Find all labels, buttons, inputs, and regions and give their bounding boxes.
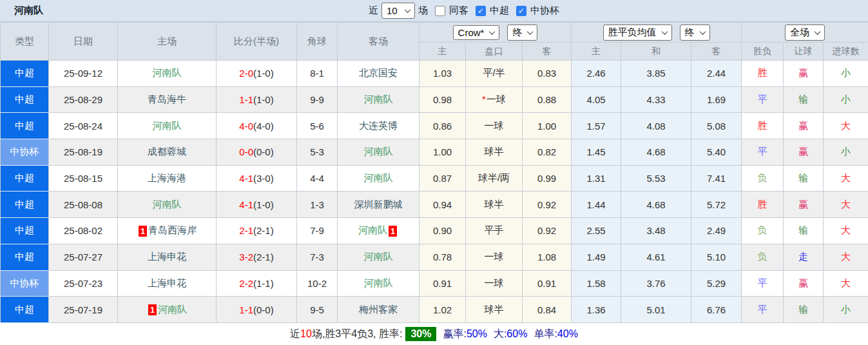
summary-record: 场,胜3平4负3, 胜率: [312,328,402,341]
odds-away-cell: 0.88 [523,86,572,113]
odds-away-cell: 0.83 [523,61,572,87]
goals-result-cell: 大 [824,165,868,192]
chevron-down-icon [815,28,821,35]
avg-state-select[interactable]: 终 [680,25,710,41]
goals-result-cell: 大 [824,113,868,139]
odds-state-select[interactable]: 终 [507,25,537,41]
handicap-cell: 平/半 [466,61,523,87]
match-date-cell: 25-08-19 [49,139,118,166]
odds-away-cell: 1.08 [523,244,572,270]
goals-result-cell: 小 [824,86,868,113]
match-row: 中超 25-08-24 河南队 4-0(4-0) 5-6 大连英博 0.86 一… [1,113,868,139]
away-team-cell: 河南队 [338,86,420,113]
fulltime-score: 0-0 [239,146,253,157]
match-date-cell: 25-08-29 [49,86,118,113]
avg-away-cell: 1.69 [691,86,742,113]
handicap-cell: 球半 [466,139,523,166]
odds-state-value: 终 [512,26,522,39]
goals-subheader: 进球数 [824,43,868,61]
handicap-result-cell: 走 [784,244,824,270]
home-team-cell: 成都蓉城 [118,139,217,166]
odds-away-cell: 0.84 [523,297,572,323]
odds-home-cell: 0.78 [420,244,466,270]
handicap-result-cell: 输 [784,165,824,192]
match-row: 中协杯 25-08-19 成都蓉城 0-0(0-0) 5-3 河南队 1.00 … [1,139,868,166]
avg-home-cell: 2.46 [572,61,621,87]
odds-away-cell: 1.00 [523,113,572,139]
avg-type-select[interactable]: 胜平负均值 [603,25,672,41]
home-team-cell: 1河南队 [118,297,217,323]
avg-home-cell: 1.58 [572,270,621,297]
avg-away-cell: 5.72 [691,192,742,218]
odds-away-cell: 0.92 [523,192,572,218]
col-type-header: 类型 [1,23,49,61]
goals-result-cell: 大 [824,270,868,297]
goals-result-cell: 大 [824,218,868,244]
odds-home-cell: 0.87 [420,165,466,192]
halftime-score: (3-0) [253,173,274,184]
away-team-cell: 大连英博 [338,113,420,139]
chevron-down-icon [661,28,668,35]
score-cell: 2-2(1-1) [217,270,297,297]
col-away-header: 客场 [338,23,420,61]
team-name: 深圳新鹏城 [354,199,403,210]
away-team-cell: 河南队 [338,165,420,192]
home-team-cell: 河南队 [118,113,217,139]
matches-label: 场 [418,5,428,17]
match-row: 中协杯 25-07-23 上海申花 2-2(1-1) 10-2 河南队 0.91… [1,270,868,297]
scope-select[interactable]: 全场 [785,25,825,41]
odds-company-select[interactable]: Crow* [453,25,500,40]
same-venue-checkbox[interactable] [435,6,445,16]
fulltime-score: 1-1 [239,304,253,315]
home-team-cell: 1青岛西海岸 [118,218,217,244]
avg-group-header: 胜平负均值 终 [572,23,742,43]
goals-result-cell: 小 [824,297,868,323]
team-name: 河南队 [153,199,182,210]
super-league-checkbox[interactable] [476,6,486,16]
avg-home-cell: 1.57 [572,113,621,139]
avg-draw-cell: 3.85 [621,61,691,87]
league-type-badge: 中超 [1,113,49,139]
match-row: 中超 25-08-02 1青岛西海岸 2-1(2-1) 7-9 河南队1 0.9… [1,218,868,244]
avg-home-subheader: 主 [572,43,621,61]
home-team-cell: 河南队 [118,61,217,87]
fulltime-score: 2-0 [239,68,253,79]
team-name: 上海申花 [148,251,186,262]
col-score-header: 比分(半场) [217,23,297,61]
big-rate-label: 大: [494,328,506,341]
team-name: 河南队 [158,304,187,315]
odds-away-cell: 0.82 [523,139,572,166]
score-cell: 0-0(0-0) [217,139,297,166]
topbar: 河南队 近 10 场 同客 中超 中协杯 [0,0,868,22]
odds-group-header: Crow* 终 [420,23,572,43]
corner-cell: 9-9 [297,86,338,113]
away-team-cell: 河南队1 [338,218,420,244]
win-rate-badge: 30% [405,327,436,341]
odds-home-cell: 1.02 [420,297,466,323]
handicap-result-cell: 赢 [784,139,824,166]
avg-draw-cell: 5.01 [621,297,691,323]
match-history-panel: 河南队 近 10 场 同客 中超 中协杯 类型 日期 [0,0,868,345]
corner-cell: 7-9 [297,218,338,244]
avg-away-cell: 5.40 [691,139,742,166]
fulltime-score: 4-0 [239,121,253,132]
avg-home-cell: 1.44 [572,192,621,218]
corner-cell: 5-3 [297,139,338,166]
match-date-cell: 25-08-02 [49,218,118,244]
corner-cell: 4-4 [297,165,338,192]
match-row: 中超 25-09-12 河南队 2-0(1-0) 8-1 北京国安 1.03 平… [1,61,868,87]
match-row: 中超 25-08-15 上海海港 4-1(3-0) 4-4 河南队 0.87 球… [1,165,868,192]
avg-draw-cell: 4.33 [621,86,691,113]
team-name: 成都蓉城 [148,146,186,157]
page-title: 河南队 [14,5,43,17]
score-cell: 2-1(2-1) [217,218,297,244]
goals-result-cell: 小 [824,139,868,166]
halftime-score: (1-0) [253,199,274,210]
match-count-select[interactable]: 10 [381,3,415,19]
handicap-cell: 球半 [466,192,523,218]
result-cell: 负 [742,218,784,244]
away-team-cell: 梅州客家 [338,297,420,323]
avg-home-cell: 1.36 [572,297,621,323]
fulltime-score: 1-1 [239,94,253,105]
fa-cup-checkbox[interactable] [516,6,526,16]
